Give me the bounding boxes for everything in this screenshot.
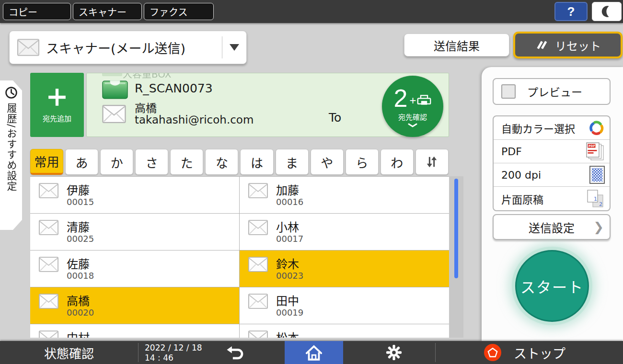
contact-kato[interactable]: 加藤00016 <box>240 177 449 214</box>
chevron-down-icon <box>408 123 417 127</box>
history-recommended-settings-tab[interactable]: 履歴/おすすめ設定 <box>0 80 22 230</box>
destination-email-name[interactable]: 高橋 <box>135 99 157 115</box>
contact-name: 加藤 <box>276 181 299 198</box>
resolution-icon <box>589 166 605 184</box>
date: 2022 / 12 / 18 <box>145 343 202 353</box>
option-file-format[interactable]: PDF PDF <box>494 140 610 163</box>
status-check-button[interactable]: 状態確認 <box>0 341 138 364</box>
divider <box>435 343 436 362</box>
index-tab-frequent[interactable]: 常用 <box>30 149 63 175</box>
mail-icon <box>39 294 58 311</box>
contact-code: 00016 <box>276 197 303 207</box>
contact-tanaka[interactable]: 田中00019 <box>240 287 449 324</box>
scrollbar-thumb[interactable] <box>454 179 458 278</box>
option-original-side[interactable]: 片面原稿 2 1 <box>494 187 610 210</box>
contact-kobayashi[interactable]: 小林00017 <box>240 214 449 250</box>
tab-copy[interactable]: コピー <box>3 3 71 20</box>
destination-confirm-label: 宛先確認 <box>398 112 427 122</box>
svg-text:2: 2 <box>599 201 602 207</box>
add-destination-button[interactable]: 宛先追加 <box>30 73 84 137</box>
option-resolution[interactable]: 200 dpi <box>494 163 610 187</box>
settings-button[interactable] <box>369 341 419 364</box>
preview-label: プレビュー <box>527 83 582 100</box>
send-result-button[interactable]: 送信結果 <box>404 34 509 57</box>
contact-code: 00017 <box>276 234 303 244</box>
reset-button[interactable]: リセット <box>513 32 623 58</box>
contact-code: 00025 <box>67 234 94 244</box>
contact-matsumoto[interactable]: 松本 <box>240 324 449 338</box>
time: 14 : 46 <box>145 353 202 363</box>
function-selector-label: スキャナー(メール送信) <box>46 38 222 57</box>
index-tab-ka[interactable]: か <box>100 149 133 175</box>
preview-toggle[interactable]: プレビュー <box>493 78 611 105</box>
contact-sato[interactable]: 佐藤00018 <box>30 250 240 287</box>
contact-ito[interactable]: 伊藤00015 <box>30 177 240 214</box>
tab-fax[interactable]: ファクス <box>144 3 214 20</box>
contact-takahashi[interactable]: 高橋00020 <box>30 287 240 324</box>
stop-button[interactable]: ストップ <box>460 341 623 364</box>
divider <box>222 36 222 58</box>
tab-scanner[interactable]: スキャナー <box>73 3 142 20</box>
app-tab-bar: コピー スキャナー ファクス ? <box>0 0 623 23</box>
contact-name: 佐藤 <box>67 255 90 272</box>
printer-icon <box>417 94 431 106</box>
home-button[interactable] <box>285 341 343 364</box>
contact-code: 00020 <box>67 307 94 318</box>
contact-name: 清藤 <box>67 218 90 235</box>
destination-email-address[interactable]: takahashi@ricoh.com <box>135 114 254 126</box>
chevron-right-icon: ❯ <box>593 220 604 234</box>
contact-nakamura[interactable]: 中村 <box>30 324 240 338</box>
contact-name: 松本 <box>276 329 299 338</box>
contact-kiyofuji[interactable]: 清藤00025 <box>30 214 240 250</box>
contact-name: 中村 <box>67 329 90 338</box>
contact-code: 00019 <box>276 307 303 318</box>
index-tab-ta[interactable]: た <box>170 149 203 175</box>
back-arrow-icon <box>226 345 244 360</box>
option-auto-color[interactable]: 自動カラー選択 <box>494 116 610 140</box>
scrolled-item-partial: 大容量BOX <box>123 73 172 78</box>
mail-icon <box>39 330 58 338</box>
index-tab-ya[interactable]: や <box>311 149 344 175</box>
index-tab-ra[interactable]: ら <box>346 149 379 175</box>
mail-icon <box>248 330 268 338</box>
index-tab-sa[interactable]: さ <box>135 149 168 175</box>
contact-suzuki[interactable]: 鈴木00023 <box>240 250 449 287</box>
index-tab-ha[interactable]: は <box>240 149 273 175</box>
destination-confirm-badge[interactable]: 2 + 宛先確認 <box>382 76 443 137</box>
plus-sign: + <box>409 94 416 107</box>
contact-name: 鈴木 <box>276 255 299 272</box>
option-label: 200 dpi <box>501 169 541 181</box>
mail-icon <box>17 39 39 56</box>
contact-code: 00018 <box>67 271 94 281</box>
mail-icon <box>39 183 58 200</box>
preview-checkbox[interactable] <box>501 84 516 99</box>
index-tab-a[interactable]: あ <box>65 149 98 175</box>
start-button[interactable]: スタート <box>515 250 589 322</box>
scrolled-item-icon <box>102 73 122 76</box>
send-settings-button[interactable]: 送信設定 ❯ <box>493 214 611 240</box>
destination-folder-name[interactable]: R_SCAN0073 <box>135 81 213 95</box>
swap-arrows-icon <box>425 155 438 169</box>
scan-options-group: 自動カラー選択 PDF PDF <box>493 115 611 211</box>
plus-icon <box>47 87 67 107</box>
help-button[interactable]: ? <box>554 2 588 21</box>
send-settings-label: 送信設定 <box>529 222 575 235</box>
index-tab-wa[interactable]: わ <box>381 149 414 175</box>
contact-list: 伊藤00015 加藤00016 清藤00025 小林00017 佐藤00018 … <box>30 176 449 338</box>
index-tab-na[interactable]: な <box>205 149 238 175</box>
pdf-file-icon: PDF <box>586 142 605 161</box>
index-tab-ma[interactable]: ま <box>276 149 309 175</box>
mail-icon <box>248 294 268 311</box>
contact-code: 00023 <box>276 271 303 281</box>
function-selector-dropdown[interactable]: スキャナー(メール送信) <box>9 31 247 64</box>
destination-count: 2 <box>394 86 408 111</box>
switch-list-view-button[interactable] <box>415 149 449 175</box>
svg-text:PDF: PDF <box>588 144 595 148</box>
energy-saver-button[interactable] <box>592 2 622 21</box>
divider <box>138 343 138 362</box>
contact-name: 高橋 <box>67 292 90 308</box>
svg-text:1: 1 <box>594 196 597 202</box>
scrollbar-track[interactable] <box>449 176 463 338</box>
back-button[interactable] <box>211 341 259 364</box>
mail-icon <box>102 105 126 123</box>
